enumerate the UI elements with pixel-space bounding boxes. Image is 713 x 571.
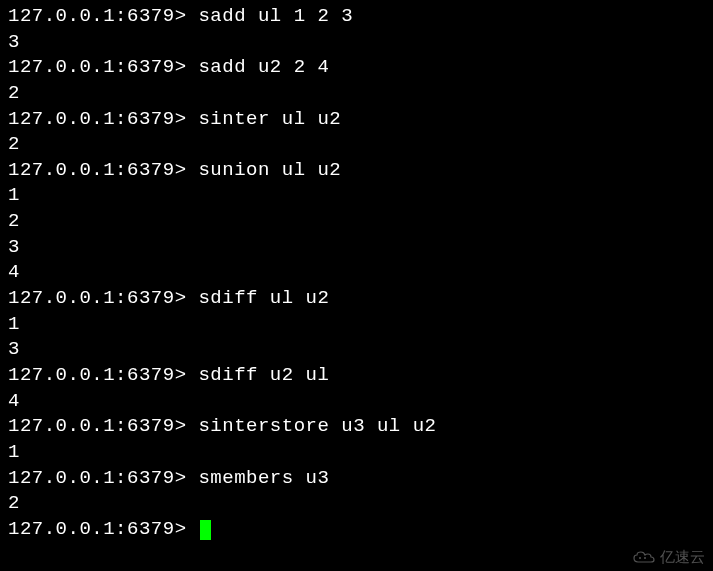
terminal-line: 3 [8,235,705,261]
terminal-command: sdiff ul u2 [198,287,329,309]
watermark-text: 亿速云 [660,548,705,567]
terminal-prompt: 127.0.0.1:6379> [8,287,198,309]
cloud-icon [632,550,656,566]
terminal-line: 1 [8,312,705,338]
terminal-line: 2 [8,491,705,517]
terminal-prompt: 127.0.0.1:6379> [8,467,198,489]
terminal-line: 2 [8,132,705,158]
terminal-line: 127.0.0.1:6379> sadd u2 2 4 [8,55,705,81]
terminal-line: 127.0.0.1:6379> sdiff u2 ul [8,363,705,389]
terminal-cursor [200,520,211,540]
svg-point-0 [639,557,641,559]
terminal-command: sunion ul u2 [198,159,341,181]
terminal-line: 127.0.0.1:6379> sunion ul u2 [8,158,705,184]
terminal-command: sinter ul u2 [198,108,341,130]
terminal-line: 3 [8,337,705,363]
terminal-line: 127.0.0.1:6379> sadd ul 1 2 3 [8,4,705,30]
terminal-prompt: 127.0.0.1:6379> [8,5,198,27]
terminal-line: 3 [8,30,705,56]
terminal-prompt: 127.0.0.1:6379> [8,56,198,78]
terminal-prompt: 127.0.0.1:6379> [8,159,198,181]
terminal-line: 127.0.0.1:6379> sinter ul u2 [8,107,705,133]
terminal-line: 2 [8,209,705,235]
terminal-command: sadd ul 1 2 3 [198,5,353,27]
terminal-line: 2 [8,81,705,107]
terminal-line: 127.0.0.1:6379> [8,517,705,543]
terminal-command: sadd u2 2 4 [198,56,329,78]
terminal-line: 1 [8,440,705,466]
terminal-command: sdiff u2 ul [198,364,329,386]
terminal-output[interactable]: 127.0.0.1:6379> sadd ul 1 2 33127.0.0.1:… [0,0,713,546]
svg-point-1 [644,557,646,559]
terminal-prompt: 127.0.0.1:6379> [8,415,198,437]
terminal-line: 1 [8,183,705,209]
terminal-command: sinterstore u3 ul u2 [198,415,436,437]
terminal-command: smembers u3 [198,467,329,489]
terminal-line: 127.0.0.1:6379> sinterstore u3 ul u2 [8,414,705,440]
terminal-prompt: 127.0.0.1:6379> [8,108,198,130]
terminal-prompt: 127.0.0.1:6379> [8,518,198,540]
terminal-line: 4 [8,260,705,286]
terminal-prompt: 127.0.0.1:6379> [8,364,198,386]
terminal-line: 127.0.0.1:6379> sdiff ul u2 [8,286,705,312]
watermark: 亿速云 [632,548,705,567]
terminal-line: 127.0.0.1:6379> smembers u3 [8,466,705,492]
terminal-line: 4 [8,389,705,415]
